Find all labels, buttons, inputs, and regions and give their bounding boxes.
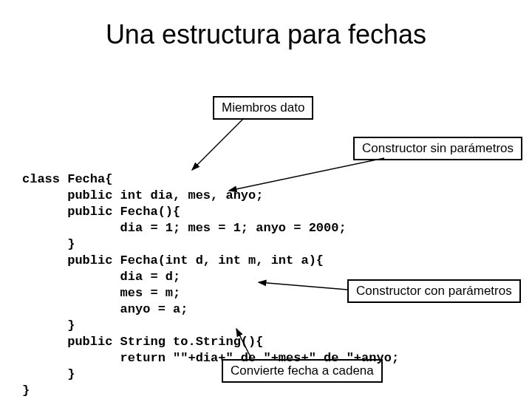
code-line: } — [22, 367, 75, 381]
code-line: mes = m; — [22, 286, 180, 300]
code-line: } — [22, 318, 75, 332]
code-line: public int dia, mes, anyo; — [22, 188, 263, 202]
code-line: class Fecha{ — [22, 172, 112, 186]
code-line: dia = 1; mes = 1; anyo = 2000; — [22, 221, 347, 235]
slide-title: Una estructura para fechas — [0, 19, 532, 50]
code-line: anyo = a; — [22, 302, 188, 316]
code-line: public String to.String(){ — [22, 335, 263, 349]
code-line: dia = d; — [22, 270, 180, 284]
code-line: } — [22, 383, 30, 398]
code-line: } — [22, 237, 75, 251]
code-block: class Fecha{ public int dia, mes, anyo; … — [22, 155, 399, 399]
code-line: public Fecha(int d, int m, int a){ — [22, 253, 324, 267]
code-line: public Fecha(){ — [22, 205, 180, 219]
label-members: Miembros dato — [213, 96, 313, 120]
code-line: return ""+dia+" de "+mes+" de "+anyo; — [22, 351, 399, 365]
